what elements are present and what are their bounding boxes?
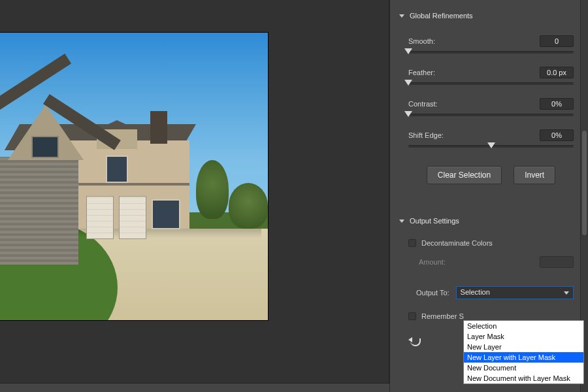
shift-edge-slider[interactable] <box>408 145 574 148</box>
slider-thumb-icon[interactable] <box>404 48 412 54</box>
contrast-label: Contrast: <box>408 100 438 108</box>
status-bar <box>0 383 389 392</box>
output-to-label: Output To: <box>416 289 449 297</box>
section-title: Global Refinements <box>410 12 473 20</box>
section-output-settings[interactable]: Output Settings <box>390 210 588 229</box>
slider-thumb-icon[interactable] <box>404 80 412 86</box>
smooth-control: Smooth: 0 <box>408 35 574 54</box>
output-to-selected: Selection <box>461 288 490 296</box>
section-title: Output Settings <box>410 217 459 225</box>
remember-settings-row[interactable]: Remember S <box>390 299 588 320</box>
checkbox-icon[interactable] <box>408 312 416 320</box>
refine-edge-panel: Global Refinements Smooth: 0 Feather: 0.… <box>389 0 588 392</box>
output-option[interactable]: Layer Mask <box>464 331 583 342</box>
contrast-slider[interactable] <box>408 114 574 116</box>
section-global-refinements[interactable]: Global Refinements <box>390 5 588 24</box>
shift-edge-value[interactable]: 0% <box>540 129 574 141</box>
remember-label: Remember S <box>421 312 464 320</box>
canvas-area <box>0 0 389 392</box>
feather-control: Feather: 0.0 px <box>408 67 574 85</box>
slider-thumb-icon[interactable] <box>404 111 412 117</box>
output-option[interactable]: New Layer <box>464 342 583 352</box>
decontaminate-colors-row[interactable]: Decontaminate Colors <box>390 237 588 250</box>
chevron-down-icon <box>399 220 404 223</box>
preview-image <box>0 33 268 320</box>
feather-value[interactable]: 0.0 px <box>540 67 574 78</box>
amount-value <box>540 256 574 268</box>
slider-thumb-icon[interactable] <box>487 142 495 148</box>
output-option[interactable]: Selection <box>464 321 583 331</box>
output-option[interactable]: New Layer with Layer Mask <box>464 352 583 363</box>
chevron-down-icon <box>399 14 404 18</box>
output-option[interactable]: New Document with Layer Mask <box>464 373 583 384</box>
invert-button[interactable]: Invert <box>514 166 555 184</box>
feather-label: Feather: <box>408 69 435 76</box>
amount-row: Amount: <box>390 250 588 268</box>
contrast-value[interactable]: 0% <box>540 98 574 110</box>
checkbox-icon[interactable] <box>408 239 416 247</box>
output-option[interactable]: New Document <box>464 363 583 373</box>
undo-icon[interactable] <box>408 337 423 346</box>
shift-edge-control: Shift Edge: 0% <box>408 129 574 148</box>
shift-edge-label: Shift Edge: <box>408 131 444 139</box>
output-to-dropdown[interactable]: SelectionLayer MaskNew LayerNew Layer wi… <box>463 320 584 384</box>
smooth-value[interactable]: 0 <box>540 35 574 47</box>
output-to-select[interactable]: Selection <box>456 286 574 299</box>
feather-slider[interactable] <box>408 82 574 85</box>
refinement-controls: Smooth: 0 Feather: 0.0 px Contrast: 0% <box>390 24 588 184</box>
smooth-label: Smooth: <box>408 37 435 45</box>
clear-selection-button[interactable]: Clear Selection <box>427 166 502 184</box>
smooth-slider[interactable] <box>408 51 574 54</box>
contrast-control: Contrast: 0% <box>408 98 574 116</box>
scrollbar-grip[interactable] <box>582 131 587 235</box>
decontaminate-label: Decontaminate Colors <box>421 239 493 247</box>
amount-label: Amount: <box>419 258 446 266</box>
image-viewer[interactable] <box>0 0 389 383</box>
